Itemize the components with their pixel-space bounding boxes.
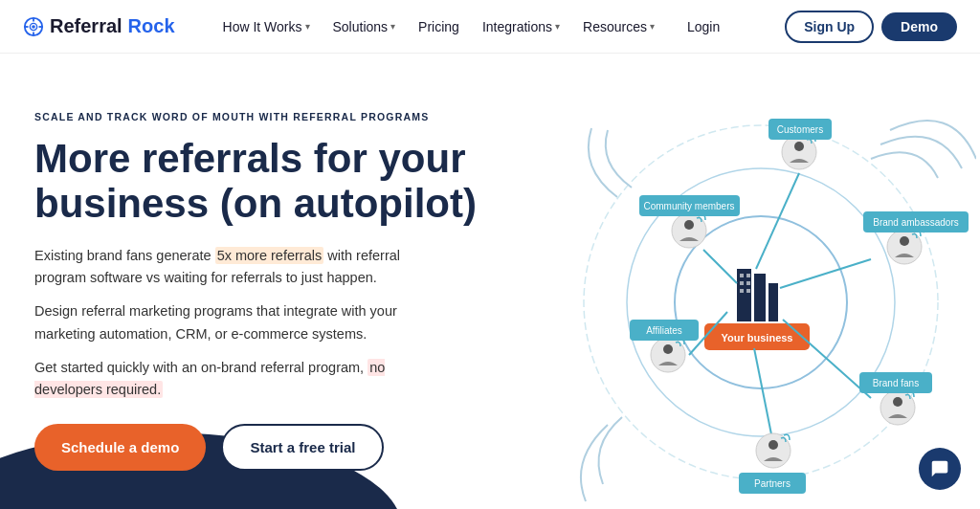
referral-diagram: Your business <box>517 82 976 509</box>
chevron-down-icon: ▾ <box>305 21 310 32</box>
demo-button[interactable]: Demo <box>881 12 957 41</box>
hero-content: Scale and track word of mouth with refer… <box>34 92 513 471</box>
nav-item-solutions[interactable]: Solutions ▾ <box>323 13 406 40</box>
svg-point-39 <box>663 344 673 354</box>
svg-rect-14 <box>740 281 744 285</box>
nav-item-integrations[interactable]: Integrations ▾ <box>473 13 569 40</box>
highlight-5x: 5x more referrals <box>215 247 324 264</box>
svg-text:Brand fans: Brand fans <box>873 378 919 388</box>
hero-subtitle: Scale and track word of mouth with refer… <box>34 111 513 122</box>
signup-button[interactable]: Sign Up <box>785 11 874 43</box>
svg-point-27 <box>794 142 804 151</box>
svg-line-22 <box>780 259 871 288</box>
svg-line-24 <box>783 320 871 398</box>
navbar: ReferralRock How It Works ▾ Solutions ▾ … <box>0 0 980 54</box>
hero-desc-1: Existing brand fans generate 5x more ref… <box>34 245 446 289</box>
hero-diagram: Your business <box>513 92 957 509</box>
svg-rect-10 <box>754 274 766 321</box>
logo-text-referral: Referral <box>50 15 122 37</box>
svg-point-43 <box>893 397 902 407</box>
start-trial-button[interactable]: Start a free trial <box>221 424 384 471</box>
svg-rect-17 <box>746 289 750 293</box>
svg-line-20 <box>756 173 799 269</box>
svg-text:Customers: Customers <box>777 124 823 135</box>
svg-text:Affiliates: Affiliates <box>646 325 682 336</box>
hero-buttons: Schedule a demo Start a free trial <box>34 424 513 471</box>
svg-line-21 <box>703 250 737 283</box>
svg-rect-11 <box>768 283 778 321</box>
svg-text:Brand ambassadors: Brand ambassadors <box>873 217 959 228</box>
nav-item-resources[interactable]: Resources ▾ <box>573 13 664 40</box>
svg-point-31 <box>684 220 694 230</box>
svg-rect-12 <box>740 274 744 277</box>
svg-text:Partners: Partners <box>754 478 791 489</box>
chat-bubble[interactable] <box>919 448 961 490</box>
hero-desc-2: Design referral marketing programs that … <box>34 300 446 344</box>
hero-desc-3: Get started quickly with an on-brand ref… <box>34 357 446 401</box>
logo-icon <box>23 16 44 37</box>
nav-item-pricing[interactable]: Pricing <box>409 13 469 40</box>
nav-links: How It Works ▾ Solutions ▾ Pricing Integ… <box>213 13 778 40</box>
svg-rect-13 <box>746 274 750 277</box>
logo-text-rock: Rock <box>128 15 175 37</box>
schedule-demo-button[interactable]: Schedule a demo <box>34 424 206 471</box>
chevron-down-icon: ▾ <box>650 21 655 32</box>
nav-item-login[interactable]: Login <box>676 13 731 40</box>
svg-text:Community members: Community members <box>643 201 734 211</box>
chevron-down-icon: ▾ <box>390 21 395 32</box>
svg-point-35 <box>900 236 909 246</box>
svg-rect-16 <box>740 289 744 293</box>
hero-section: Scale and track word of mouth with refer… <box>0 54 980 509</box>
chevron-down-icon: ▾ <box>555 21 560 32</box>
logo[interactable]: ReferralRock <box>23 15 175 37</box>
svg-point-1 <box>32 25 35 29</box>
svg-text:Your business: Your business <box>722 332 793 343</box>
diagram-container: Your business <box>517 82 976 509</box>
nav-item-how-it-works[interactable]: How It Works ▾ <box>213 13 320 40</box>
hero-title: More referrals for your business (on aut… <box>34 136 513 226</box>
svg-rect-15 <box>746 281 750 285</box>
chat-icon <box>929 458 950 479</box>
svg-point-47 <box>768 440 778 450</box>
svg-line-25 <box>754 348 773 444</box>
